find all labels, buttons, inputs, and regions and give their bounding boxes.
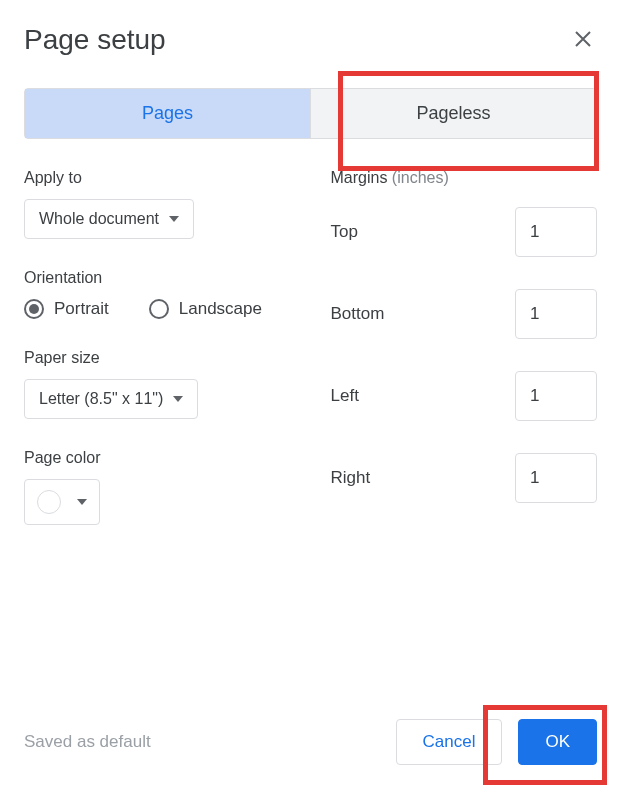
margin-bottom-input[interactable]: [515, 289, 597, 339]
margin-bottom-label: Bottom: [331, 304, 385, 324]
dialog-header: Page setup: [24, 24, 597, 56]
margin-left-input[interactable]: [515, 371, 597, 421]
apply-to-section: Apply to Whole document: [24, 169, 291, 239]
apply-to-selected: Whole document: [39, 210, 159, 228]
orientation-portrait-label: Portrait: [54, 299, 109, 319]
dialog-footer: Saved as default Cancel OK: [24, 719, 597, 765]
orientation-landscape-radio[interactable]: Landscape: [149, 299, 262, 319]
color-swatch-white: [37, 490, 61, 514]
orientation-landscape-label: Landscape: [179, 299, 262, 319]
close-icon: [573, 29, 593, 52]
margins-title: Margins (inches): [331, 169, 598, 187]
margin-right-row: Right: [331, 453, 598, 503]
page-color-dropdown[interactable]: [24, 479, 100, 525]
paper-size-dropdown[interactable]: Letter (8.5" x 11"): [24, 379, 198, 419]
ok-button[interactable]: OK: [518, 719, 597, 765]
chevron-down-icon: [77, 499, 87, 505]
tabs-container: Pages Pageless: [24, 88, 597, 139]
tab-pageless[interactable]: Pageless: [310, 89, 596, 138]
paper-size-section: Paper size Letter (8.5" x 11"): [24, 349, 291, 419]
content-area: Apply to Whole document Orientation Port…: [24, 169, 597, 555]
orientation-portrait-radio[interactable]: Portrait: [24, 299, 109, 319]
close-button[interactable]: [569, 25, 597, 56]
page-color-label: Page color: [24, 449, 291, 467]
margins-label: Margins: [331, 169, 388, 186]
margin-bottom-row: Bottom: [331, 289, 598, 339]
margin-top-row: Top: [331, 207, 598, 257]
footer-actions: Cancel OK: [396, 719, 597, 765]
paper-size-selected: Letter (8.5" x 11"): [39, 390, 163, 408]
margin-right-input[interactable]: [515, 453, 597, 503]
left-column: Apply to Whole document Orientation Port…: [24, 169, 291, 555]
orientation-radio-group: Portrait Landscape: [24, 299, 291, 319]
dialog-title: Page setup: [24, 24, 166, 56]
paper-size-label: Paper size: [24, 349, 291, 367]
page-color-section: Page color: [24, 449, 291, 525]
orientation-label: Orientation: [24, 269, 291, 287]
margin-left-label: Left: [331, 386, 359, 406]
radio-checked-icon: [24, 299, 44, 319]
orientation-section: Orientation Portrait Landscape: [24, 269, 291, 319]
tab-pages[interactable]: Pages: [25, 89, 310, 138]
right-column: Margins (inches) Top Bottom Left Right: [331, 169, 598, 555]
apply-to-label: Apply to: [24, 169, 291, 187]
margin-top-input[interactable]: [515, 207, 597, 257]
margins-unit: (inches): [392, 169, 449, 186]
saved-as-default-text: Saved as default: [24, 732, 151, 752]
chevron-down-icon: [169, 216, 179, 222]
margin-right-label: Right: [331, 468, 371, 488]
apply-to-dropdown[interactable]: Whole document: [24, 199, 194, 239]
margin-top-label: Top: [331, 222, 358, 242]
margin-left-row: Left: [331, 371, 598, 421]
cancel-button[interactable]: Cancel: [396, 719, 503, 765]
chevron-down-icon: [173, 396, 183, 402]
radio-unchecked-icon: [149, 299, 169, 319]
